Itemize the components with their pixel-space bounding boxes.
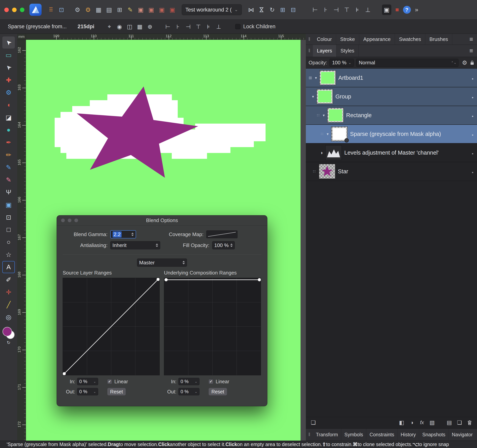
- help-icon[interactable]: ?: [403, 6, 411, 14]
- flip-horizontal-icon[interactable]: ⋈: [246, 5, 256, 15]
- flood-fill-tool[interactable]: ●: [2, 124, 15, 136]
- toolbar-overflow-icon[interactable]: »: [412, 5, 421, 15]
- dialog-titlebar[interactable]: Blend Options: [57, 215, 267, 226]
- lock-children-checkbox[interactable]: Lock Children: [235, 23, 275, 30]
- coverage-map-widget[interactable]: [206, 230, 238, 238]
- tab-symbols[interactable]: Symbols: [341, 429, 367, 441]
- layer-thumbnail[interactable]: [320, 70, 336, 85]
- source-reset-button[interactable]: Reset: [107, 388, 126, 396]
- align-bottom-icon[interactable]: ⊥: [363, 5, 373, 15]
- tab-snapshots[interactable]: Snapshots: [419, 429, 449, 441]
- replace-selection-icon[interactable]: ▣: [168, 5, 177, 15]
- transparency-tool[interactable]: Ψ: [2, 186, 15, 198]
- panel-menu-icon[interactable]: ≡: [465, 36, 477, 43]
- place-image-tool[interactable]: ▣: [2, 199, 15, 211]
- document-setup-gear-icon[interactable]: ⚙: [73, 5, 82, 15]
- layer-thumbnail[interactable]: [327, 108, 344, 123]
- tab-brushes[interactable]: Brushes: [425, 34, 452, 45]
- delete-layer-icon[interactable]: [465, 418, 474, 427]
- vertical-ruler[interactable]: 162163164165166167168169170171172: [17, 40, 26, 441]
- layer-visibility-dot[interactable]: [472, 112, 473, 118]
- pixel-grid-icon[interactable]: ▤: [104, 5, 114, 15]
- expand-chevron-icon[interactable]: ▾: [323, 113, 325, 117]
- fill-stroke-colour-well[interactable]: [2, 326, 15, 339]
- snapping-pen-icon[interactable]: ✎: [125, 5, 135, 15]
- blend-options-gear-icon[interactable]: ⚙: [462, 59, 467, 66]
- adjustment-toggle-icon[interactable]: ◑: [320, 150, 323, 156]
- edit-all-layers-toggle-icon[interactable]: ◫: [125, 22, 134, 32]
- blend-gamma-input[interactable]: 2.2: [110, 230, 136, 239]
- opacity-select[interactable]: 100 %: [329, 59, 354, 67]
- mask-layer-icon[interactable]: ◧: [397, 418, 406, 427]
- dialog-close-button[interactable]: [61, 219, 65, 222]
- expand-chevron-icon[interactable]: ▾: [312, 94, 314, 99]
- insert-inside-icon[interactable]: ▣: [157, 5, 167, 15]
- tab-styles[interactable]: Styles: [336, 45, 359, 57]
- align-center-icon[interactable]: ⊦: [173, 22, 183, 32]
- align-middle-icon[interactable]: ⊧: [353, 5, 362, 15]
- layer-thumbnail[interactable]: [316, 89, 333, 104]
- tab-constraints[interactable]: Constraints: [366, 429, 397, 441]
- layer-visibility-dot[interactable]: [472, 150, 473, 156]
- gradient-tool[interactable]: ◪: [2, 111, 15, 123]
- expand-chevron-icon[interactable]: ▾: [327, 132, 329, 136]
- document-title[interactable]: Test workaround 2 (: [182, 4, 242, 15]
- preferences-gear-icon[interactable]: ⚙: [83, 5, 93, 15]
- source-out-input[interactable]: 0 %: [77, 388, 98, 395]
- minimize-window-button[interactable]: [12, 8, 17, 12]
- align-top-icon[interactable]: ⊤: [342, 5, 352, 15]
- layer-row[interactable]: ◑Levels adjustment of Master 'channel': [306, 144, 477, 162]
- node-tool[interactable]: ➤: [2, 61, 15, 74]
- crop-tool[interactable]: ⊡: [2, 211, 15, 223]
- source-in-input[interactable]: 0 %: [77, 378, 98, 385]
- live-filter-icon[interactable]: ▧: [428, 418, 436, 427]
- dialog-minimize-button[interactable]: [68, 219, 72, 222]
- colour-picker-tool[interactable]: ✛: [2, 286, 15, 298]
- cycle-selection-icon[interactable]: ◉: [115, 22, 124, 32]
- blend-mode-select[interactable]: Normal: [356, 59, 459, 67]
- panel-menu-icon[interactable]: ≡: [476, 431, 477, 438]
- source-layer-ranges-graph[interactable]: [63, 278, 160, 375]
- swap-colours-icon[interactable]: ↻: [7, 340, 10, 345]
- align-center-icon[interactable]: ⊦: [321, 5, 330, 15]
- style-picker-tool[interactable]: ✐: [2, 273, 15, 286]
- align-right-icon[interactable]: ⊣: [184, 22, 193, 32]
- close-window-button[interactable]: [4, 8, 9, 12]
- stepper-icon[interactable]: [131, 233, 134, 236]
- layer-thumbnail[interactable]: [331, 127, 348, 141]
- new-layer-icon[interactable]: ❏: [455, 418, 464, 427]
- snapping-grid-icon[interactable]: ▦: [94, 5, 103, 15]
- pen-tool[interactable]: ✒: [2, 136, 15, 148]
- move-backward-icon[interactable]: ⊟: [289, 5, 298, 15]
- insert-artboard-icon[interactable]: ⊕: [145, 22, 154, 32]
- edit-all-layers-icon[interactable]: ❏: [309, 418, 317, 427]
- snapping-candidates-icon[interactable]: ⊞: [115, 5, 124, 15]
- layer-row[interactable]: ∷Star: [306, 162, 477, 181]
- panel-drag-handle[interactable]: ‖: [306, 432, 313, 437]
- tab-swatches[interactable]: Swatches: [395, 34, 425, 45]
- panel-drag-handle[interactable]: ‖: [306, 37, 313, 42]
- layer-thumbnail[interactable]: [319, 164, 335, 179]
- export-persona-icon[interactable]: ⊡: [57, 5, 66, 15]
- underlying-in-input[interactable]: 0 %: [178, 378, 199, 385]
- expand-chevron-icon[interactable]: ▾: [315, 76, 317, 80]
- star-tool[interactable]: ☆: [2, 249, 15, 261]
- tab-history[interactable]: History: [398, 429, 419, 441]
- tab-layers[interactable]: Layers: [313, 45, 336, 57]
- transform-origin-icon[interactable]: ⌖: [105, 22, 114, 32]
- vector-brush-tool[interactable]: ✎: [2, 161, 15, 173]
- source-linear-checkbox[interactable]: [107, 379, 112, 384]
- fill-opacity-select[interactable]: 100 %: [212, 241, 235, 249]
- tab-colour[interactable]: Colour: [313, 34, 336, 45]
- layer-thumbnail[interactable]: [325, 145, 342, 160]
- layer-row[interactable]: ∷▾Rectangle: [306, 106, 477, 125]
- zoom-tool[interactable]: ◎: [2, 311, 15, 323]
- insert-target-icon[interactable]: ▣: [382, 5, 391, 15]
- pixel-persona-icon[interactable]: ⠿: [46, 5, 56, 15]
- highlight-swatch-icon[interactable]: ■: [393, 5, 402, 15]
- panel-drag-handle[interactable]: ‖: [306, 48, 313, 53]
- layer-row[interactable]: ⊞▾Artboard1: [306, 69, 477, 87]
- ruler-unit-label[interactable]: mm: [17, 34, 26, 40]
- align-left-icon[interactable]: ⊢: [163, 22, 172, 32]
- underlying-composition-ranges-graph[interactable]: [164, 278, 261, 375]
